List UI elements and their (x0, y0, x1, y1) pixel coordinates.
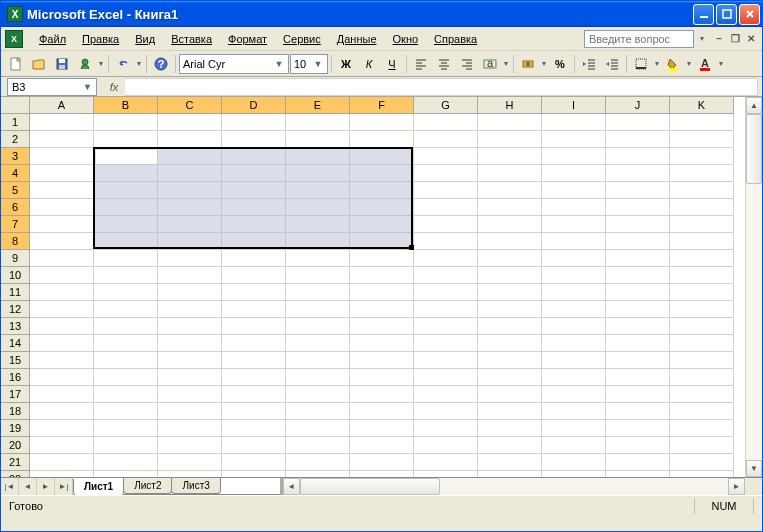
row-header-1[interactable]: 1 (1, 114, 30, 131)
cell-H21[interactable] (478, 454, 542, 471)
scroll-right-button[interactable]: ► (728, 478, 745, 495)
name-box[interactable]: B3▼ (7, 78, 97, 96)
row-header-7[interactable]: 7 (1, 216, 30, 233)
cell-D13[interactable] (222, 318, 286, 335)
cell-C4[interactable] (158, 165, 222, 182)
cell-B4[interactable] (94, 165, 158, 182)
open-button[interactable] (28, 53, 50, 75)
cell-G2[interactable] (414, 131, 478, 148)
cell-K10[interactable] (670, 267, 734, 284)
cell-H12[interactable] (478, 301, 542, 318)
row-header-8[interactable]: 8 (1, 233, 30, 250)
cell-D17[interactable] (222, 386, 286, 403)
cell-F14[interactable] (350, 335, 414, 352)
currency-button[interactable] (517, 53, 539, 75)
cell-F16[interactable] (350, 369, 414, 386)
cell-K6[interactable] (670, 199, 734, 216)
row-header-13[interactable]: 13 (1, 318, 30, 335)
row-header-12[interactable]: 12 (1, 301, 30, 318)
column-header-I[interactable]: I (542, 97, 606, 114)
cell-J13[interactable] (606, 318, 670, 335)
cell-C8[interactable] (158, 233, 222, 250)
cell-C19[interactable] (158, 420, 222, 437)
cell-K14[interactable] (670, 335, 734, 352)
cell-B7[interactable] (94, 216, 158, 233)
cell-A2[interactable] (30, 131, 94, 148)
cell-C12[interactable] (158, 301, 222, 318)
row-header-17[interactable]: 17 (1, 386, 30, 403)
cell-C1[interactable] (158, 114, 222, 131)
cell-D6[interactable] (222, 199, 286, 216)
percent-button[interactable]: % (549, 53, 571, 75)
cell-D21[interactable] (222, 454, 286, 471)
cell-G3[interactable] (414, 148, 478, 165)
cell-A10[interactable] (30, 267, 94, 284)
cell-D2[interactable] (222, 131, 286, 148)
cell-G15[interactable] (414, 352, 478, 369)
cell-E13[interactable] (286, 318, 350, 335)
cell-H2[interactable] (478, 131, 542, 148)
cell-E12[interactable] (286, 301, 350, 318)
cell-F9[interactable] (350, 250, 414, 267)
cell-C15[interactable] (158, 352, 222, 369)
cell-G21[interactable] (414, 454, 478, 471)
cell-C14[interactable] (158, 335, 222, 352)
cell-H18[interactable] (478, 403, 542, 420)
cell-I2[interactable] (542, 131, 606, 148)
cell-E11[interactable] (286, 284, 350, 301)
cell-D12[interactable] (222, 301, 286, 318)
cell-G18[interactable] (414, 403, 478, 420)
row-header-22[interactable]: 22 (1, 471, 30, 477)
cell-H15[interactable] (478, 352, 542, 369)
cell-B3[interactable] (94, 148, 158, 165)
cell-B15[interactable] (94, 352, 158, 369)
select-all-corner[interactable] (1, 97, 30, 114)
merge-dropdown-icon[interactable]: ▼ (502, 60, 510, 67)
cell-G19[interactable] (414, 420, 478, 437)
cell-F2[interactable] (350, 131, 414, 148)
cell-D4[interactable] (222, 165, 286, 182)
tab-nav-prev[interactable]: ◄ (19, 478, 37, 495)
cell-A8[interactable] (30, 233, 94, 250)
cell-J10[interactable] (606, 267, 670, 284)
align-right-button[interactable] (456, 53, 478, 75)
cell-G5[interactable] (414, 182, 478, 199)
cell-C16[interactable] (158, 369, 222, 386)
cell-G22[interactable] (414, 471, 478, 477)
cell-K9[interactable] (670, 250, 734, 267)
cell-B1[interactable] (94, 114, 158, 131)
cell-B10[interactable] (94, 267, 158, 284)
formula-input[interactable] (125, 78, 758, 96)
column-header-D[interactable]: D (222, 97, 286, 114)
cell-A22[interactable] (30, 471, 94, 477)
menu-file[interactable]: Файл (31, 31, 74, 47)
doc-close-button[interactable]: ✕ (744, 32, 758, 46)
cell-A13[interactable] (30, 318, 94, 335)
cell-F13[interactable] (350, 318, 414, 335)
cell-G8[interactable] (414, 233, 478, 250)
cell-K13[interactable] (670, 318, 734, 335)
cell-C18[interactable] (158, 403, 222, 420)
cell-H9[interactable] (478, 250, 542, 267)
cell-A21[interactable] (30, 454, 94, 471)
column-header-E[interactable]: E (286, 97, 350, 114)
cell-D19[interactable] (222, 420, 286, 437)
row-header-11[interactable]: 11 (1, 284, 30, 301)
cell-I11[interactable] (542, 284, 606, 301)
borders-dropdown-icon[interactable]: ▼ (653, 60, 661, 67)
cell-K19[interactable] (670, 420, 734, 437)
fill-color-button[interactable] (662, 53, 684, 75)
cell-B5[interactable] (94, 182, 158, 199)
cell-C21[interactable] (158, 454, 222, 471)
cell-I12[interactable] (542, 301, 606, 318)
cell-B17[interactable] (94, 386, 158, 403)
cell-E3[interactable] (286, 148, 350, 165)
cell-D1[interactable] (222, 114, 286, 131)
cell-I9[interactable] (542, 250, 606, 267)
row-header-3[interactable]: 3 (1, 148, 30, 165)
cell-D5[interactable] (222, 182, 286, 199)
row-header-19[interactable]: 19 (1, 420, 30, 437)
cell-G7[interactable] (414, 216, 478, 233)
save-button[interactable] (51, 53, 73, 75)
cell-K2[interactable] (670, 131, 734, 148)
